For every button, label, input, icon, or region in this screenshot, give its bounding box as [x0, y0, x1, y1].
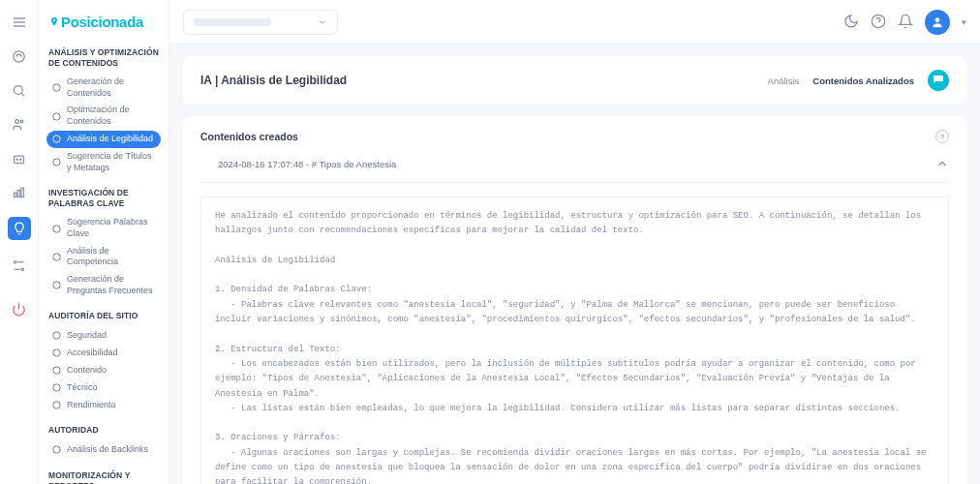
svg-point-20: [52, 112, 59, 119]
nav-item-label: Rendimiento: [67, 400, 116, 411]
svg-point-7: [20, 120, 23, 123]
svg-point-14: [15, 260, 17, 263]
entry-title: 2024-08-16 17:07:48 - # Tipos de Anestes…: [200, 159, 396, 169]
svg-line-5: [21, 93, 24, 96]
svg-point-24: [52, 254, 59, 260]
svg-point-30: [52, 402, 59, 408]
nav-item-label: Generación de Contenidos: [67, 76, 157, 99]
nav-item[interactable]: Sugerencia de Títulos y Metatags: [46, 148, 161, 176]
page-header-card: IA | Análisis de Legibilidad Análisis Co…: [183, 56, 966, 105]
nav-item-label: Sugerencia de Títulos y Metatags: [67, 151, 157, 173]
nav-item-label: Técnico: [67, 382, 98, 394]
nav-group-title: MONITORIZACIÓN Y REPORTES: [48, 470, 161, 484]
nav-item[interactable]: Contenido: [46, 361, 161, 378]
svg-point-31: [52, 446, 59, 453]
svg-point-16: [21, 268, 24, 271]
section-help-icon[interactable]: ?: [935, 130, 949, 143]
moon-icon[interactable]: [843, 14, 861, 31]
svg-rect-12: [17, 190, 20, 197]
nav-item-label: Análisis de Backlinks: [67, 444, 148, 456]
nav-item-label: Accesibilidad: [67, 348, 118, 359]
svg-point-23: [52, 225, 59, 231]
nav-group-title: ANÁLISIS Y OPTIMIZACIÓN DE CONTENIDOS: [48, 47, 161, 69]
avatar-chevron-icon[interactable]: ▾: [962, 17, 966, 27]
nav-item[interactable]: Rendimiento: [46, 396, 161, 413]
nav-item-label: Generación de Preguntas Frecuentes: [67, 274, 157, 296]
svg-point-10: [20, 159, 21, 160]
svg-rect-13: [21, 188, 24, 197]
svg-point-29: [52, 384, 59, 391]
sidebar: Posicionada ANÁLISIS Y OPTIMIZACIÓN DE C…: [39, 0, 169, 484]
bell-icon[interactable]: [898, 14, 915, 31]
nav-item-label: Optimización de Contenidos: [67, 105, 157, 127]
svg-rect-11: [15, 193, 17, 197]
nav-item[interactable]: Optimización de Contenidos: [46, 102, 161, 130]
nav-item-label: Análisis de Competencia: [67, 246, 157, 268]
svg-point-3: [14, 50, 24, 61]
dashboard-icon[interactable]: [11, 47, 28, 65]
bulb-icon[interactable]: [8, 217, 31, 240]
svg-point-6: [15, 119, 19, 123]
project-dropdown[interactable]: [183, 10, 338, 35]
svg-point-9: [16, 159, 17, 160]
nav-item[interactable]: Generación de Preguntas Frecuentes: [46, 271, 161, 299]
tab-contenidos[interactable]: Contenidos Analizados: [812, 76, 914, 86]
brand-text: Posicionada: [61, 14, 143, 30]
nav-item[interactable]: Análisis de Backlinks: [46, 441, 161, 459]
nav-item[interactable]: Seguridad: [46, 326, 161, 344]
search-icon[interactable]: [11, 81, 28, 99]
nav-item-label: Seguridad: [67, 330, 107, 342]
menu-icon[interactable]: [11, 14, 28, 31]
svg-point-19: [52, 84, 59, 91]
nav-item[interactable]: Análisis de Competencia: [46, 243, 161, 271]
svg-point-22: [52, 159, 59, 166]
nav-item-label: Análisis de Legibilidad: [67, 134, 153, 145]
robot-icon[interactable]: [11, 149, 28, 166]
settings-icon[interactable]: [11, 257, 28, 274]
nav-item-label: Contenido: [67, 365, 107, 377]
entry-toggle[interactable]: 2024-08-16 17:07:48 - # Tipos de Anestes…: [200, 157, 949, 183]
svg-rect-8: [15, 156, 24, 164]
tab-analisis[interactable]: Análisis: [768, 76, 800, 86]
nav-item-label: Sugerencia Palabras Clave: [67, 217, 157, 239]
brand-logo[interactable]: Posicionada: [48, 14, 161, 30]
nav-group-title: AUTORIDAD: [48, 425, 161, 436]
svg-point-25: [52, 282, 59, 288]
nav-item[interactable]: Sugerencia Palabras Clave: [46, 214, 161, 242]
left-rail: [0, 0, 39, 484]
svg-point-26: [52, 332, 59, 339]
section-heading: Contenidos creados: [200, 131, 298, 142]
svg-point-28: [52, 367, 59, 374]
nav-group-title: INVESTIGACIÓN DE PALABRAS CLAVE: [48, 188, 161, 209]
entry-body: He analizado el contenido proporcionado …: [200, 197, 949, 484]
nav-group-title: AUDITORÍA DEL SITIO: [48, 311, 161, 321]
help-icon[interactable]: [871, 14, 888, 31]
topbar: ▾: [169, 0, 980, 45]
chart-icon[interactable]: [11, 183, 28, 200]
chat-bubble-icon[interactable]: [928, 70, 949, 91]
nav-item[interactable]: Generación de Contenidos: [46, 74, 161, 102]
chevron-up-icon: [935, 157, 949, 170]
nav-item[interactable]: Técnico: [46, 378, 161, 396]
content-card: Contenidos creados ? 2024-08-16 17:07:48…: [183, 116, 966, 484]
main-area: ▾ IA | Análisis de Legibilidad Análisis …: [169, 0, 980, 484]
svg-point-21: [52, 136, 59, 142]
svg-point-4: [15, 85, 23, 94]
avatar[interactable]: [925, 10, 950, 35]
page-title: IA | Análisis de Legibilidad: [200, 74, 347, 87]
nav-item[interactable]: Análisis de Legibilidad: [46, 131, 161, 148]
power-icon[interactable]: [11, 300, 28, 318]
svg-point-27: [52, 349, 59, 356]
nav-item[interactable]: Accesibilidad: [46, 344, 161, 361]
users-icon[interactable]: [11, 115, 28, 133]
